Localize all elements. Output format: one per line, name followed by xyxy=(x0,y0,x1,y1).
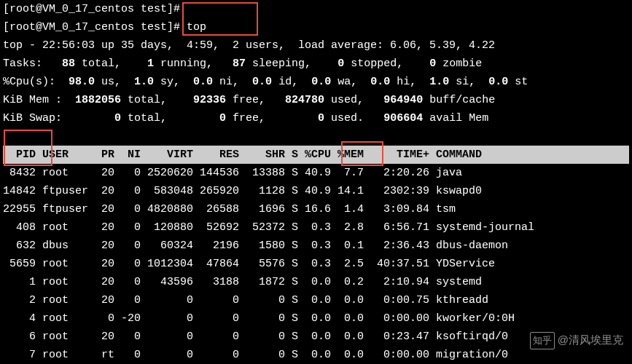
process-header: PID USER PR NI VIRT RES SHR S %CPU %MEM … xyxy=(3,146,629,164)
process-row: 4 root 0 -20 0 0 0 S 0.0 0.0 0:00.00 kwo… xyxy=(3,309,629,328)
blank-line xyxy=(3,127,629,146)
swap-line: KiB Swap: 0 total, 0 free, 0 used. 90660… xyxy=(3,109,629,127)
watermark-author: @清风埃里克 xyxy=(558,333,623,346)
top-summary-line: top - 22:56:03 up 35 days, 4:59, 2 users… xyxy=(3,36,629,55)
process-row: 8432 root 20 0 2520620 144536 13388 S 40… xyxy=(3,164,629,182)
process-row: 22955 ftpuser 20 0 4820880 26588 1696 S … xyxy=(3,200,629,218)
process-row: 2 root 20 0 0 0 0 S 0.0 0.0 0:00.75 kthr… xyxy=(3,291,629,309)
process-row: 1 root 20 0 43596 3188 1872 S 0.0 0.2 2:… xyxy=(3,273,629,291)
watermark: 知乎@清风埃里克 xyxy=(530,331,623,349)
mem-line: KiB Mem : 1882056 total, 92336 free, 824… xyxy=(3,91,629,109)
zhihu-icon: 知乎 xyxy=(530,332,555,349)
prompt-line-1: [root@VM_0_17_centos test]# xyxy=(3,0,629,18)
prompt-line-2: [root@VM_0_17_centos test]# top xyxy=(3,18,629,36)
tasks-line: Tasks: 88 total, 1 running, 87 sleeping,… xyxy=(3,55,629,73)
process-row: 14842 ftpuser 20 0 583048 265920 1128 S … xyxy=(3,182,629,200)
process-row: 632 dbus 20 0 60324 2196 1580 S 0.3 0.1 … xyxy=(3,237,629,255)
process-row: 5659 root 20 0 1012304 47864 5576 S 0.3 … xyxy=(3,255,629,273)
terminal[interactable]: [root@VM_0_17_centos test]# [root@VM_0_1… xyxy=(0,0,632,364)
process-row: 408 root 20 0 120880 52692 52372 S 0.3 2… xyxy=(3,218,629,237)
cpu-line: %Cpu(s): 98.0 us, 1.0 sy, 0.0 ni, 0.0 id… xyxy=(3,73,629,91)
